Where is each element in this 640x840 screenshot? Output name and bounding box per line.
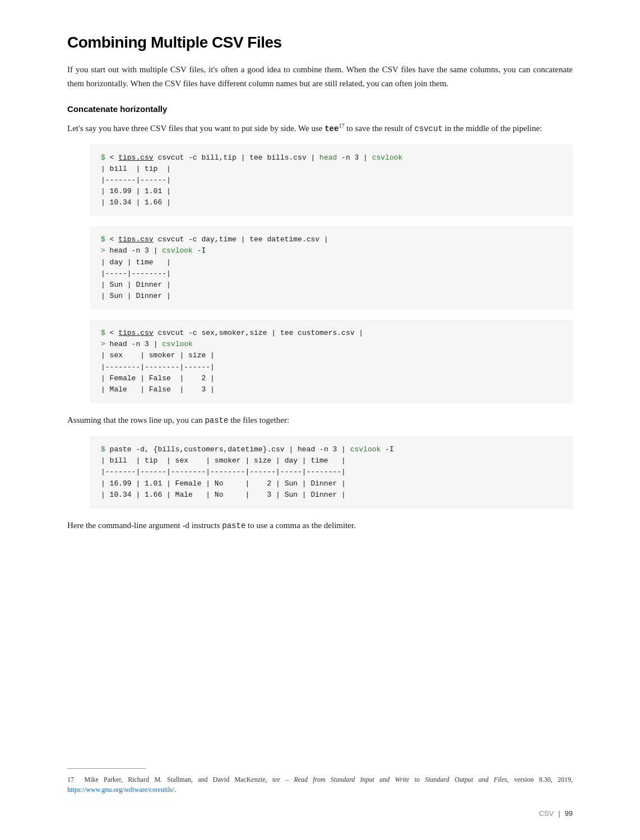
body-text-1: Let's say you have three CSV files that …: [67, 122, 573, 136]
code-block-3: $ < tips.csv csvcut -c sex,smoker,size |…: [90, 320, 573, 403]
page-title: Combining Multiple CSV Files: [67, 34, 573, 52]
page-footer: CSV | 99: [539, 809, 573, 818]
footnote-divider: [67, 768, 146, 769]
code-block-4: $ paste -d, {bills,customers,datetime}.c…: [90, 436, 573, 508]
footnote-section: 17 Mike Parker, Richard M. Stallman, and…: [67, 768, 573, 795]
code-block-1: $ < tips.csv csvcut -c bill,tip | tee bi…: [90, 144, 573, 217]
footnote-17: 17 Mike Parker, Richard M. Stallman, and…: [67, 774, 573, 795]
cmd-dollar-1: $ < tips.csv csvcut -c bill,tip | tee bi…: [101, 153, 402, 207]
footer-separator: |: [558, 809, 560, 818]
body-text-3: Here the command-line argument -d instru…: [67, 519, 573, 533]
body-text-2: Assuming that the rows line up, you can …: [67, 413, 573, 427]
inline-code-tee: tee: [324, 124, 338, 133]
code-block-2: $ < tips.csv csvcut -c day,time | tee da…: [90, 226, 573, 310]
inline-code-paste: paste: [205, 416, 228, 425]
footer-label: CSV: [539, 809, 554, 818]
footer-page-number: 99: [565, 809, 573, 818]
footnote-number: 17: [67, 776, 85, 783]
section-title-concat: Concatenate horizontally: [67, 104, 573, 114]
footnote-link[interactable]: https://www.gnu.org/software/coreutils/: [67, 786, 174, 794]
footnote-ref-17: 17: [338, 123, 344, 129]
inline-code-csvcut: csvcut: [414, 124, 442, 133]
intro-paragraph: If you start out with multiple CSV files…: [67, 63, 573, 91]
page: Combining Multiple CSV Files If you star…: [0, 0, 640, 840]
inline-code-paste2: paste: [222, 521, 245, 530]
